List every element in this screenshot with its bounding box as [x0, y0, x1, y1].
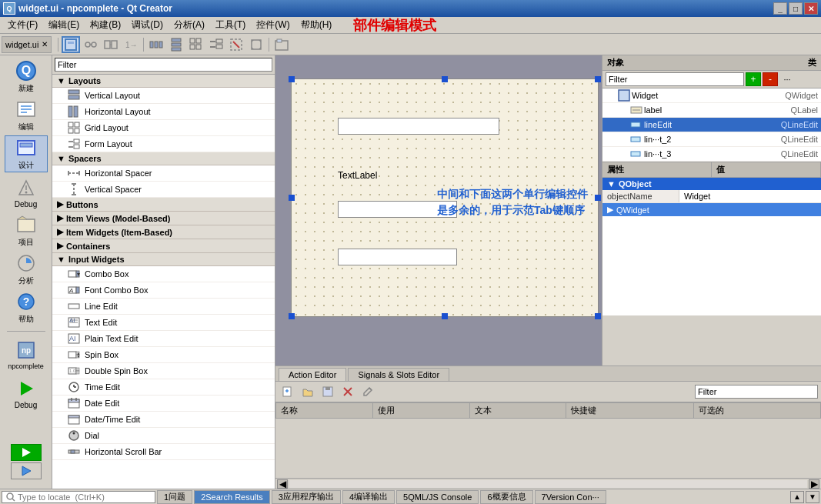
status-tab-4[interactable]: 4 编译输出: [342, 490, 395, 504]
adjust-size-button[interactable]: [247, 36, 265, 53]
file-tab-close[interactable]: ✕: [42, 40, 48, 48]
sidebar-item-project[interactable]: 项目: [5, 212, 48, 249]
edit-mode-button[interactable]: [62, 36, 80, 53]
obj-row-label[interactable]: label QLabel: [602, 103, 821, 118]
status-tab-7[interactable]: 7 Version Con···: [535, 490, 606, 504]
widget-combo-box[interactable]: ▾ Combo Box: [52, 266, 275, 282]
widget-horizontal-spacer[interactable]: Horizontal Spacer: [52, 165, 275, 182]
section-spacers[interactable]: ▼ Spacers: [52, 152, 275, 165]
action-open-button[interactable]: [299, 383, 317, 400]
section-containers[interactable]: ▶ Containers: [52, 239, 275, 253]
layout-hbox-button[interactable]: [147, 36, 165, 53]
action-delete-button[interactable]: [339, 383, 357, 400]
add-object-button[interactable]: +: [746, 72, 761, 86]
buddy-mode-button[interactable]: [102, 36, 120, 53]
run-button[interactable]: [11, 444, 42, 461]
widget-font-combo-box[interactable]: A Font Combo Box: [52, 282, 275, 299]
widget-text-edit[interactable]: AI Text Edit: [52, 315, 275, 331]
scroll-left-button[interactable]: ◀: [277, 479, 288, 489]
widget-date-edit[interactable]: Date Edit: [52, 396, 275, 412]
action-edit-button[interactable]: [359, 383, 377, 400]
widget-horizontal-layout[interactable]: Horizontal Layout: [52, 104, 275, 120]
text-label[interactable]: TextLabel: [338, 170, 377, 181]
section-item-views[interactable]: ▶ Item Views (Model-Based): [52, 212, 275, 225]
qobject-section[interactable]: ▼ QObject: [602, 178, 821, 190]
scroll-right-button[interactable]: ▶: [809, 479, 819, 489]
widget-spin-box[interactable]: ▲▼ Spin Box: [52, 347, 275, 363]
menu-analyze[interactable]: 分析(A): [169, 17, 209, 33]
widget-filter-input[interactable]: [55, 58, 272, 72]
widget-line-edit[interactable]: Line Edit: [52, 299, 275, 315]
sidebar-item-debug2[interactable]: Debug: [5, 375, 48, 412]
design-canvas[interactable]: TextLabel: [291, 78, 599, 317]
debug-run-button[interactable]: [11, 462, 42, 479]
widget-vertical-spacer[interactable]: Vertical Spacer: [52, 182, 275, 198]
status-nav-up[interactable]: ▲: [790, 491, 804, 503]
action-save-button[interactable]: [319, 383, 337, 400]
status-tab-5[interactable]: 5 QML/JS Console: [396, 490, 479, 504]
scroll-track[interactable]: [289, 480, 807, 488]
menu-file[interactable]: 文件(F): [3, 17, 42, 33]
bottom-scrollbar[interactable]: ◀ ▶: [275, 478, 821, 489]
status-tab-6[interactable]: 6 概要信息: [480, 490, 532, 504]
file-tab[interactable]: widget.ui: [5, 40, 38, 49]
status-nav-down[interactable]: ▼: [806, 491, 819, 503]
menu-build[interactable]: 构建(B): [85, 17, 125, 33]
remove-object-button[interactable]: -: [763, 72, 778, 86]
sidebar-item-debug[interactable]: Debug: [5, 174, 48, 211]
menu-help[interactable]: 帮助(H): [296, 17, 337, 33]
status-tab-1[interactable]: 1 问题: [157, 490, 192, 504]
menu-debug[interactable]: 调试(D): [127, 17, 168, 33]
input-box-1[interactable]: [338, 118, 499, 135]
signals-mode-button[interactable]: [82, 36, 100, 53]
menu-tools[interactable]: 工具(T): [211, 17, 250, 33]
status-search-input[interactable]: [18, 492, 152, 502]
canvas-area[interactable]: TextLabel 中间和下面这两个单行编辑控件 是多余的，用于示范Tab键顺序: [275, 55, 602, 365]
sidebar-item-new[interactable]: Q 新建: [5, 58, 48, 95]
right-filter-input[interactable]: [606, 72, 744, 86]
layout-form-button[interactable]: [207, 36, 225, 53]
group-button[interactable]: [272, 36, 291, 53]
minimize-button[interactable]: _: [773, 2, 787, 15]
sidebar-item-npcomplete[interactable]: np npcomplete: [5, 336, 48, 373]
section-layouts[interactable]: ▼ Layouts: [52, 75, 275, 88]
widget-form-layout[interactable]: Form Layout: [52, 136, 275, 152]
widget-horizontal-scroll-bar[interactable]: Horizontal Scroll Bar: [52, 444, 275, 460]
layout-vbox-button[interactable]: [167, 36, 185, 53]
obj-row-lineedit3[interactable]: lin···t_3 QLineEdit: [602, 147, 821, 162]
section-item-widgets[interactable]: ▶ Item Widgets (Item-Based): [52, 225, 275, 239]
obj-row-lineedit[interactable]: lineEdit QLineEdit: [602, 118, 821, 132]
status-tab-3[interactable]: 3 应用程序输出: [272, 490, 341, 504]
action-new-button[interactable]: [279, 383, 297, 400]
input-box-2[interactable]: [338, 201, 457, 218]
sidebar-item-edit[interactable]: 编辑: [5, 97, 48, 134]
obj-row-widget[interactable]: Widget QWidget: [602, 88, 821, 103]
tab-order-button[interactable]: 1→: [122, 36, 140, 53]
status-tab-2[interactable]: 2 Search Results: [194, 490, 270, 504]
section-input-widgets[interactable]: ▼ Input Widgets: [52, 253, 275, 266]
action-filter-input[interactable]: [695, 385, 818, 399]
sidebar-item-help[interactable]: ? 帮助: [5, 289, 48, 326]
more-options-button[interactable]: ···: [779, 72, 795, 86]
widget-time-edit[interactable]: Time Edit: [52, 379, 275, 396]
widget-vertical-layout[interactable]: Vertical Layout: [52, 88, 275, 104]
qwidget-section[interactable]: ▶ QWidget: [602, 203, 821, 216]
obj-row-lineedit2[interactable]: lin···t_2 QLineEdit: [602, 132, 821, 147]
sidebar-item-analyze[interactable]: 分析: [5, 251, 48, 288]
widget-plain-text-edit[interactable]: AI Plain Text Edit: [52, 331, 275, 347]
sidebar-item-design[interactable]: 设计: [5, 135, 48, 172]
menu-edit[interactable]: 编辑(E): [44, 17, 84, 33]
input-box-3[interactable]: [338, 249, 457, 265]
close-button[interactable]: ✕: [804, 2, 818, 15]
widget-dial[interactable]: Dial: [52, 428, 275, 444]
menu-widgets[interactable]: 控件(W): [252, 17, 294, 33]
section-buttons[interactable]: ▶ Buttons: [52, 198, 275, 212]
widget-double-spin-box[interactable]: 1.0 Double Spin Box: [52, 363, 275, 379]
widget-grid-layout[interactable]: Grid Layout: [52, 120, 275, 136]
tab-action-editor[interactable]: Action Editor: [279, 368, 346, 381]
layout-grid-button[interactable]: [187, 36, 205, 53]
tab-signals-slots[interactable]: Signals & Slots Editor: [348, 368, 449, 381]
window-controls[interactable]: _ □ ✕: [773, 2, 818, 15]
break-layout-button[interactable]: [227, 36, 245, 53]
maximize-button[interactable]: □: [789, 2, 803, 15]
